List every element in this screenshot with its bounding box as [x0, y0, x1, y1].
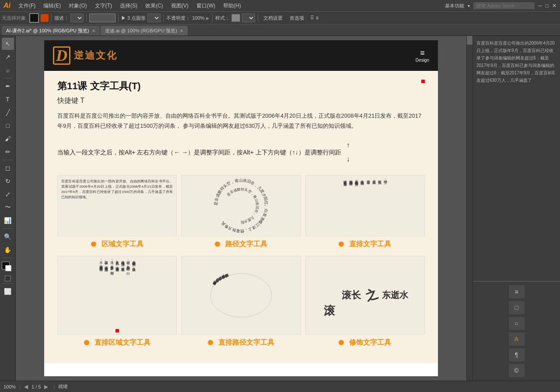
- workspace-dropdown-icon[interactable]: ▾: [468, 4, 470, 8]
- r-rect-tool[interactable]: □: [509, 301, 525, 314]
- opacity-value: 100%: [192, 15, 204, 21]
- col7: 英转头: [377, 177, 382, 234]
- scrollbar-thumb[interactable]: [467, 36, 472, 45]
- line-tool[interactable]: ╱: [2, 106, 14, 119]
- minimize-button[interactable]: ─: [538, 3, 542, 9]
- menu-effect[interactable]: 效果(C): [142, 1, 167, 10]
- vertical-area-demo: 非成败转头空，青山依 旧在，几度夕阳红。白 发渔樵江渚上，惯看秋 月春风。一壶浊…: [57, 256, 177, 335]
- zoom-level[interactable]: 100%: [4, 384, 16, 389]
- tab-close-1[interactable]: ✕: [92, 28, 95, 33]
- vertical-text-example: 滚滚长江东逝水 浪花淘尽英雄 是非成败转头空 青山依旧在 旧是非 尽成败 英转头…: [305, 175, 425, 249]
- menu-object[interactable]: 对象(O): [65, 1, 90, 10]
- direct-select-tool[interactable]: ↗: [2, 51, 14, 63]
- tab-close-2[interactable]: ✕: [180, 28, 183, 33]
- right-panel-text: 百度百科是百度公司推出的2006年4月20日上线，正式版年9月，百度百科已经收录…: [473, 36, 560, 281]
- tip-text: 当输入一段文字之后，按Alt+ 左右方向键（← →）是调整字间距，按Alt+ 上…: [57, 138, 425, 166]
- v-scrollbar[interactable]: [466, 36, 472, 381]
- desc-select[interactable]: [70, 14, 84, 22]
- arrange-icons[interactable]: ⠿: [310, 15, 314, 21]
- hamburger-icon[interactable]: ≡: [420, 49, 425, 57]
- sep6: [258, 14, 258, 22]
- deco-text-demo: 滚 滚长 之 东逝水: [305, 256, 425, 335]
- preferences-btn[interactable]: 首选项: [287, 14, 307, 22]
- color-box[interactable]: [2, 262, 14, 274]
- rotate-tool[interactable]: ↻: [2, 175, 14, 187]
- status-bar: 100% | ◀ 1 / 5 ▶ | 就绪: [0, 381, 560, 392]
- menu-edit[interactable]: 编辑(E): [40, 1, 64, 10]
- deco-text-label: 修饰文字工具: [339, 338, 391, 347]
- style-preview: [89, 14, 116, 22]
- stroke-color-swatch[interactable]: [29, 13, 39, 23]
- doc-settings-btn[interactable]: 文档设置: [261, 14, 285, 22]
- tab-file1[interactable]: AI-课件2.ai* @ 100% (RGB/GPU 预览) ✕: [2, 26, 100, 35]
- points-select[interactable]: [147, 14, 161, 22]
- col2: 浪花淘尽英雄: [348, 177, 353, 234]
- menu-file[interactable]: 文件(F): [15, 1, 39, 10]
- tab-file2[interactable]: 逆迪.ai @ 100% (RGB/GPU 预览) ✕: [101, 26, 188, 35]
- doc-content: 第11课 文字工具(T) 快捷键 T 百度百科是百度公司推出的一部内容开放、自由…: [44, 71, 438, 363]
- r-para-tool[interactable]: ¶: [509, 348, 525, 361]
- design-label: Design: [416, 58, 429, 63]
- style-select[interactable]: [242, 14, 255, 22]
- color-mode-btns: [5, 276, 10, 281]
- sep1: [51, 14, 52, 22]
- style-swatch[interactable]: [231, 14, 240, 22]
- area-text-example: 百度百科是百度公司推出的一部内容开放、自由的网络百科全书平台。其测试版于2006…: [57, 175, 177, 249]
- nav-next[interactable]: ▶: [44, 384, 48, 390]
- select-tool[interactable]: ↖: [2, 38, 14, 50]
- canvas-area[interactable]: D 逆迪文化 ≡ Design 第11课 文字工具(T) 快捷键 T 百度百科是…: [16, 36, 466, 381]
- scale-tool[interactable]: ⤢: [2, 188, 14, 200]
- r-text-tool[interactable]: A: [509, 332, 525, 346]
- shape-tool[interactable]: □: [2, 119, 14, 132]
- menu-select[interactable]: 选择(S): [116, 1, 141, 10]
- deco-dot: [339, 340, 344, 345]
- vertical-text-name: 直排文字工具: [349, 240, 391, 249]
- close-button[interactable]: ✕: [552, 3, 556, 9]
- va-col4: 月春风。一壶浊酒喜相: [115, 258, 119, 332]
- pencil-tool[interactable]: ✏: [2, 146, 14, 158]
- lasso-tool[interactable]: ⌕: [2, 64, 14, 76]
- va-col7: 水，浪花淘尽英雄是: [98, 258, 103, 332]
- r-align-tool[interactable]: ≡: [509, 285, 525, 298]
- color-picker-btn[interactable]: [41, 14, 49, 22]
- panel-toggle[interactable]: ≡: [315, 15, 318, 21]
- menu-window[interactable]: 窗口(W): [193, 1, 219, 10]
- none-color-btn[interactable]: [5, 276, 10, 281]
- nav-prev[interactable]: ◀: [24, 384, 28, 390]
- col3: 是非成败转头空: [354, 177, 359, 234]
- warp-tool[interactable]: 〜: [2, 201, 14, 214]
- zoom-tool[interactable]: 🔍: [2, 231, 14, 243]
- paintbrush-tool[interactable]: 🖌: [2, 133, 14, 145]
- vertical-path-demo: 是非成败转头空，青山依旧在，几度夕阳红。白发渔樵江渚上，惯看秋月春: [181, 256, 301, 335]
- right-panel: 百度百科是百度公司推出的2006年4月20日上线，正式版年9月，百度百科已经收录…: [472, 36, 560, 381]
- deco-text-name: 修饰文字工具: [349, 338, 391, 347]
- desc-label: 描述：: [54, 15, 69, 21]
- r-char-tool[interactable]: ©: [509, 364, 525, 377]
- path-text-label: 路径文字工具: [215, 240, 267, 249]
- right-panel-tools: ≡ □ ○ A ¶ ©: [473, 281, 560, 381]
- col6: 尽成败: [371, 177, 376, 234]
- restore-button[interactable]: □: [546, 3, 549, 9]
- pen-tool[interactable]: ✒: [2, 80, 14, 92]
- hand-tool[interactable]: ✋: [2, 244, 14, 256]
- status-sep1: |: [19, 384, 21, 389]
- menu-view[interactable]: 视图(V): [168, 1, 192, 10]
- search-input[interactable]: [473, 2, 535, 9]
- lesson-header: 第11课 文字工具(T) 快捷键 T: [57, 80, 425, 105]
- graph-tool[interactable]: 📊: [2, 214, 14, 227]
- r-circle-tool[interactable]: ○: [509, 317, 525, 330]
- eraser-tool[interactable]: ◻: [2, 162, 14, 174]
- menu-text[interactable]: 文字(T): [91, 1, 116, 10]
- menu-help[interactable]: 帮助(H): [220, 1, 245, 10]
- artboard-tool[interactable]: ⬜: [2, 285, 14, 298]
- no-selection-label: 无选择对象: [2, 15, 26, 21]
- doc-header: D 逆迪文化 ≡ Design: [44, 40, 438, 71]
- tool-sep1: [3, 78, 13, 78]
- deco-char1: 滚: [322, 294, 337, 296]
- path-text-name: 路径文字工具: [225, 240, 267, 249]
- workspace-label[interactable]: 基本功能: [445, 3, 464, 9]
- app-logo: Ai: [4, 2, 10, 10]
- opacity-arrow[interactable]: ▶: [206, 16, 210, 21]
- bg-color[interactable]: [5, 265, 11, 271]
- type-tool[interactable]: T: [2, 93, 14, 105]
